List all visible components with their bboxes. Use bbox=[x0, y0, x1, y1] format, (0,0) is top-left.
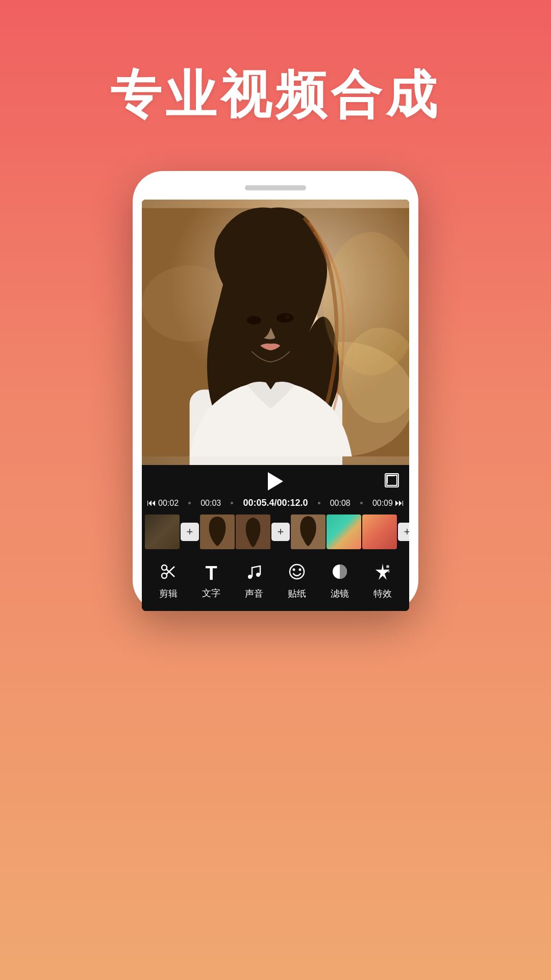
phone-notch bbox=[245, 185, 306, 190]
tool-effect-label: 特效 bbox=[373, 587, 392, 600]
timeline-skip-end[interactable]: ⏭ bbox=[395, 498, 404, 508]
add-clip-1[interactable]: + bbox=[181, 523, 199, 541]
tool-effect[interactable]: 特效 bbox=[373, 562, 392, 600]
video-preview bbox=[142, 200, 409, 465]
filter-icon bbox=[331, 562, 349, 583]
svg-point-26 bbox=[293, 569, 295, 571]
add-clip-2[interactable]: + bbox=[271, 523, 290, 541]
thumbnail-1[interactable] bbox=[145, 514, 180, 549]
add-clip-3[interactable]: + bbox=[398, 523, 409, 541]
scissors-icon bbox=[159, 562, 178, 583]
thumbnail-6[interactable] bbox=[362, 514, 397, 549]
svg-point-7 bbox=[277, 313, 294, 323]
timeline-row[interactable]: ⏮ 00:02 00:03 00:05.4/00:12.0 00:08 00:0… bbox=[142, 496, 409, 510]
tool-clip-label: 剪辑 bbox=[159, 587, 178, 600]
text-icon: T bbox=[205, 564, 217, 583]
timeline-marker-2: 00:03 bbox=[201, 499, 221, 508]
phone-screen: ⏮ 00:02 00:03 00:05.4/00:12.0 00:08 00:0… bbox=[142, 200, 409, 611]
timeline-marker-1: 00:02 bbox=[158, 499, 179, 508]
svg-point-30 bbox=[386, 565, 389, 568]
timeline-current-display: 00:05.4/00:12.0 bbox=[243, 498, 308, 508]
svg-point-8 bbox=[285, 315, 290, 318]
portrait-figure bbox=[142, 200, 409, 465]
svg-point-24 bbox=[256, 573, 260, 577]
music-icon bbox=[245, 562, 263, 583]
thumbnail-5[interactable] bbox=[327, 514, 361, 549]
timeline-marker-3: 00:08 bbox=[330, 499, 350, 508]
svg-point-19 bbox=[162, 565, 167, 570]
thumbnail-4[interactable] bbox=[291, 514, 325, 549]
timeline-marks: 00:02 00:03 00:05.4/00:12.0 00:08 00:09 bbox=[158, 498, 393, 508]
timeline-dot-1 bbox=[188, 502, 191, 504]
svg-rect-12 bbox=[387, 475, 397, 485]
tool-sticker-label: 贴纸 bbox=[288, 587, 306, 600]
tool-sticker[interactable]: 贴纸 bbox=[288, 562, 306, 600]
thumbnails-strip: + + bbox=[142, 510, 409, 553]
headline-title: 专业视频合成 bbox=[0, 61, 551, 130]
sticker-icon bbox=[288, 562, 306, 583]
timeline-skip-start[interactable]: ⏮ bbox=[147, 498, 156, 508]
thumbnail-3[interactable] bbox=[236, 514, 270, 549]
tool-clip[interactable]: 剪辑 bbox=[159, 562, 178, 600]
timeline-dot-4 bbox=[360, 502, 363, 504]
tool-filter[interactable]: 滤镜 bbox=[331, 562, 349, 600]
timeline-dot-3 bbox=[318, 502, 320, 504]
fullscreen-button[interactable] bbox=[385, 473, 399, 487]
tool-text-label: 文字 bbox=[202, 587, 220, 599]
bottom-toolbar: 剪辑 T 文字 声音 bbox=[142, 553, 409, 611]
svg-point-27 bbox=[299, 569, 302, 571]
timeline-dot-2 bbox=[231, 502, 233, 504]
svg-point-20 bbox=[162, 573, 167, 578]
tool-audio[interactable]: 声音 bbox=[245, 562, 263, 600]
thumbnail-2[interactable] bbox=[200, 514, 235, 549]
tool-text[interactable]: T 文字 bbox=[202, 564, 220, 599]
phone-container: ⏮ 00:02 00:03 00:05.4/00:12.0 00:08 00:0… bbox=[0, 171, 551, 611]
phone-mockup: ⏮ 00:02 00:03 00:05.4/00:12.0 00:08 00:0… bbox=[133, 171, 418, 611]
svg-point-31 bbox=[388, 571, 390, 573]
timeline-marker-4: 00:09 bbox=[372, 499, 393, 508]
play-button[interactable] bbox=[268, 472, 283, 491]
tool-audio-label: 声音 bbox=[245, 587, 263, 600]
headline-section: 专业视频合成 bbox=[0, 0, 551, 171]
playback-bar bbox=[142, 465, 409, 496]
effect-icon bbox=[373, 562, 392, 583]
svg-point-9 bbox=[247, 316, 261, 325]
svg-point-23 bbox=[248, 575, 252, 579]
svg-point-25 bbox=[290, 565, 304, 579]
tool-filter-label: 滤镜 bbox=[331, 587, 349, 600]
